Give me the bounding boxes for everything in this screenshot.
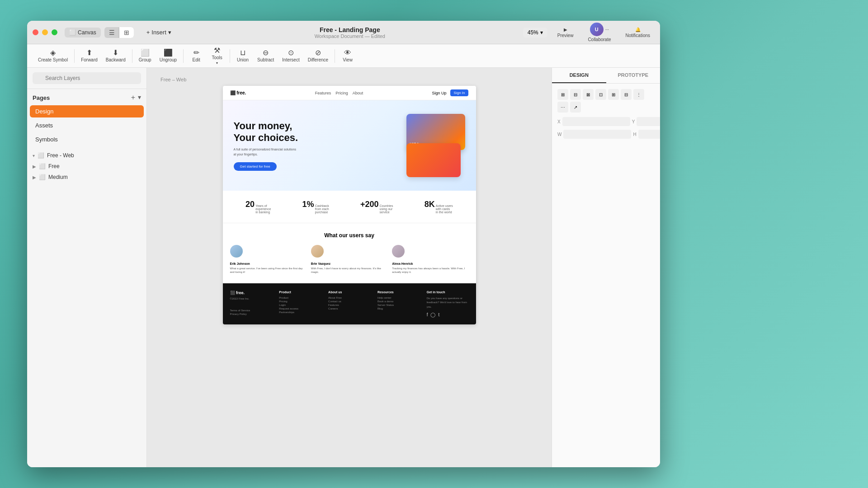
align-bottom-button[interactable]: ⊟ [621, 89, 632, 100]
nav-about: About [353, 91, 363, 95]
backward-button[interactable]: ⬇ Backward [102, 47, 129, 64]
more-options-button[interactable]: ↗ [570, 102, 581, 113]
testimonial-text-1: What a great service. I've been using Fr… [230, 267, 307, 274]
create-symbol-button[interactable]: ◈ Create Symbol [34, 47, 71, 64]
sidebar-item-design[interactable]: Design [30, 105, 144, 117]
footer-socials: f ◯ t [427, 312, 469, 317]
group-button[interactable]: ⬜ Group [135, 47, 155, 64]
layer-free[interactable]: ▶ ⬜ Free [27, 161, 146, 172]
distribute-h-button[interactable]: ⋮ [633, 89, 644, 100]
facebook-icon[interactable]: f [427, 312, 428, 317]
sidebar-item-symbols[interactable]: Symbols [30, 133, 144, 145]
pages-title: Pages [33, 94, 50, 101]
toolbar: ◈ Create Symbol ⬆ Forward ⬇ Backward ⬜ G… [27, 44, 660, 68]
sidebar: 🔍 Pages + ▾ Design Assets Symbols [27, 68, 147, 467]
intersect-button[interactable]: ⊙ Intersect [278, 47, 303, 64]
backward-icon: ⬇ [113, 49, 118, 56]
x-y-row: X Y ↔ [557, 117, 655, 126]
right-panel: DESIGN PROTOTYPE ⊞ ⊟ ⊠ ⊡ ⊞ ⊟ ⋮ ⋯ ↗ [552, 68, 660, 467]
layer-free-web[interactable]: ▾ ⬜ Free - Web [27, 150, 146, 161]
footer-product-title: Product [279, 291, 321, 294]
tools-button[interactable]: ⚒ Tools ▾ [207, 45, 227, 67]
footer-logo: ⬛ free. [230, 291, 272, 295]
view-button[interactable]: 👁 View [338, 47, 358, 64]
subtract-button[interactable]: ⊖ Subtract [254, 47, 278, 64]
footer-resources: Resources Help center Book a demo Server… [377, 291, 420, 317]
align-right-button[interactable]: ⊠ [583, 89, 594, 100]
nav-pricing: Pricing [335, 91, 348, 95]
collaborate-button[interactable]: U ··· Collaborate [583, 21, 615, 44]
align-center-h-button[interactable]: ⊟ [570, 89, 581, 100]
align-left-button[interactable]: ⊞ [557, 89, 568, 100]
testimonial-text-3: Tracking my finances has always been a h… [392, 267, 468, 274]
footer-product-link-5: Partnerships [279, 311, 321, 314]
ungroup-button[interactable]: ⬛ Ungroup [156, 47, 180, 64]
view-icon: 👁 [344, 49, 351, 56]
minimize-button[interactable] [42, 29, 48, 35]
layer-medium[interactable]: ▶ ⬜ Medium [27, 172, 146, 183]
union-label: Union [237, 57, 249, 62]
view-toggle: ☰ ⊞ [104, 27, 134, 38]
difference-button[interactable]: ⊘ Difference [304, 47, 332, 64]
footer-about-link-1: About Free [328, 296, 370, 299]
zoom-value: 45% [528, 29, 538, 36]
preview-button[interactable]: ▶ Preview [553, 25, 578, 40]
x-input[interactable] [562, 117, 630, 126]
add-page-button[interactable]: + [131, 94, 135, 102]
close-button[interactable] [33, 29, 38, 35]
zoom-control[interactable]: 45% ▾ [523, 28, 547, 38]
footer-about-link-4: Careers [328, 307, 370, 310]
panel-tabs: DESIGN PROTOTYPE [552, 68, 660, 84]
sidebar-item-assets[interactable]: Assets [30, 119, 144, 131]
preview-icon: ▶ [564, 27, 567, 32]
edit-button[interactable]: ✏ Edit [186, 47, 206, 64]
notifications-label: Notifications [626, 33, 650, 38]
search-wrapper: 🔍 [33, 72, 141, 84]
search-input[interactable] [33, 72, 141, 84]
artboard-icon: ⬜ [38, 152, 44, 159]
canvas-area[interactable]: Free – Web ⬛ free. Features Pricing Abou… [147, 68, 552, 467]
align-top-button[interactable]: ⊡ [595, 89, 606, 100]
grid-view-button[interactable]: ⊞ [119, 27, 134, 38]
traffic-lights [33, 29, 57, 35]
hero-cards: VISA [393, 114, 465, 177]
artboard-icon-3: ⬜ [39, 174, 46, 180]
footer-about-link-2: Contact us [328, 300, 370, 303]
maximize-button[interactable] [52, 29, 57, 35]
tools-chevron: ▾ [216, 61, 218, 65]
canvas-button[interactable]: ⬜ Canvas [65, 28, 101, 38]
edit-label: Edit [192, 57, 200, 62]
w-input[interactable] [563, 130, 631, 139]
distribute-v-button[interactable]: ⋯ [557, 102, 568, 113]
twitter-icon[interactable]: t [438, 312, 439, 317]
footer-product-link-2: Pricing [279, 300, 321, 303]
pages-menu-button[interactable]: ▾ [138, 94, 141, 102]
tab-prototype[interactable]: PROTOTYPE [606, 68, 660, 83]
create-symbol-icon: ◈ [50, 49, 56, 56]
forward-icon: ⬆ [86, 49, 92, 56]
more-icon: ··· [605, 27, 609, 32]
union-button[interactable]: ⊔ Union [233, 47, 253, 64]
h-input[interactable] [638, 130, 660, 139]
y-input[interactable] [637, 117, 660, 126]
layer-name-free-web: Free - Web [47, 152, 74, 159]
toolbar-separator-3 [183, 49, 184, 63]
assets-page-label: Assets [35, 122, 53, 129]
canvas-label: Canvas [78, 29, 96, 36]
footer-resources-link-3: Server Status [377, 304, 420, 306]
tab-design[interactable]: DESIGN [552, 68, 606, 83]
insert-button[interactable]: + Insert ▾ [141, 26, 177, 38]
footer-resources-link-2: Book a demo [377, 300, 420, 303]
web-testimonials: What our users say Erik Johnson What a g… [223, 223, 476, 283]
notifications-button[interactable]: 🔔 Notifications [621, 25, 655, 40]
footer-about-title: About us [328, 291, 370, 294]
list-view-button[interactable]: ☰ [104, 27, 119, 38]
toolbar-separator-1 [74, 49, 75, 63]
web-hero-text: Your money, Your choices. A full suite o… [234, 120, 298, 171]
avatar-erik [230, 245, 243, 258]
visa-card-2 [406, 143, 461, 177]
instagram-icon[interactable]: ◯ [430, 312, 435, 317]
forward-button[interactable]: ⬆ Forward [77, 47, 101, 64]
web-nav-right: Sign Up Sign In [432, 89, 469, 96]
align-center-v-button[interactable]: ⊞ [608, 89, 619, 100]
